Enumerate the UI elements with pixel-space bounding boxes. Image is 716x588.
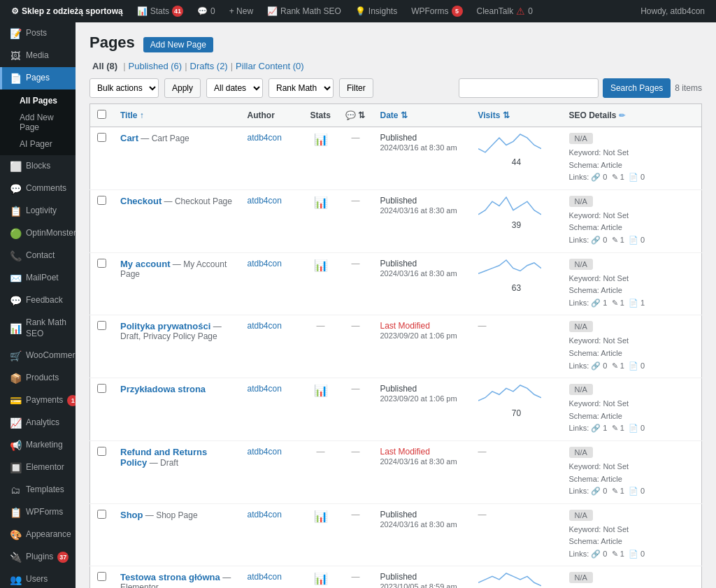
page-title-link[interactable]: My account [120, 259, 171, 269]
sidebar-item-optinmonster[interactable]: 🟢 OptinMonster 1 [0, 222, 76, 245]
adminbar-comments[interactable]: 💬 0 [192, 6, 221, 16]
row-checkbox[interactable] [97, 447, 106, 456]
seo-score-badge: N/A [569, 259, 593, 270]
sidebar-item-media[interactable]: 🖼 Media [0, 45, 76, 67]
keyword-row: Keyword: Not Set [569, 398, 695, 410]
submenu-add-new[interactable]: Add New Page [0, 109, 76, 136]
row-visits-cell: — [471, 440, 562, 503]
row-checkbox[interactable] [97, 510, 106, 519]
site-title: Sklep z odzieżą sportową [22, 6, 123, 16]
adminbar-user[interactable]: Howdy, atdb4con [635, 6, 710, 16]
filter-button[interactable]: Filter [339, 78, 373, 98]
seo-edit-icon[interactable]: ✏ [619, 111, 625, 120]
sidebar-item-comments[interactable]: 💬 Comments [0, 178, 76, 200]
schema-row: Schema: Article [569, 285, 695, 297]
adminbar-stats[interactable]: 📊 Stats 41 [131, 6, 189, 17]
page-title-link[interactable]: Polityka prywatności [120, 321, 210, 331]
search-pages-button[interactable]: Search Pages [603, 78, 671, 98]
filter-tab-pillar[interactable]: Pillar Content (0) [236, 61, 304, 71]
author-link[interactable]: atdb4con [248, 259, 282, 268]
row-date-cell: Published 2023/10/05 at 8:59 am [373, 566, 471, 588]
sidebar-item-marketing[interactable]: 📢 Marketing [0, 434, 76, 457]
title-header[interactable]: Title ↑ [113, 104, 241, 127]
sidebar-item-contact[interactable]: 📞 Contact [0, 245, 76, 267]
add-new-page-button[interactable]: Add New Page [143, 37, 213, 52]
page-type-label: — Cart Page [141, 134, 189, 143]
row-checkbox[interactable] [97, 133, 106, 142]
page-title-link[interactable]: Testowa strona główna [120, 572, 220, 582]
author-link[interactable]: atdb4con [248, 510, 282, 519]
select-all-checkbox[interactable] [97, 110, 106, 119]
page-title-link[interactable]: Checkout [120, 196, 162, 206]
row-visits-cell: 44 [471, 127, 562, 190]
dates-select[interactable]: All dates [206, 78, 263, 98]
sidebar-item-appearance[interactable]: 🎨 Appearance [0, 524, 76, 546]
sidebar-item-mailpoet[interactable]: ✉️ MailPoet [0, 267, 76, 289]
row-checkbox[interactable] [97, 321, 106, 330]
no-visits: — [478, 447, 487, 457]
sidebar-item-analytics[interactable]: 📈 Analytics [0, 412, 76, 434]
row-checkbox-cell [90, 378, 114, 441]
sidebar-item-payments[interactable]: 💳 Payments 1 [0, 389, 76, 412]
table-body: Cart — Cart Page atdb4con 📊 — Published … [90, 127, 702, 589]
filter-tab-published[interactable]: Published (6) [129, 61, 182, 71]
sidebar-item-pages[interactable]: 📄 Pages [0, 67, 76, 89]
row-comments-cell: — [338, 189, 373, 252]
no-visits: — [478, 510, 487, 519]
date-header[interactable]: Date ⇅ [373, 104, 471, 127]
row-checkbox[interactable] [97, 259, 106, 268]
row-status: Published [380, 259, 417, 268]
sidebar-item-users[interactable]: 👥 Users [0, 568, 76, 588]
author-link[interactable]: atdb4con [248, 321, 282, 331]
row-checkbox[interactable] [97, 196, 106, 205]
apply-button[interactable]: Apply [164, 78, 201, 98]
submenu-ai-pager[interactable]: AI Pager [0, 136, 76, 152]
page-title-link[interactable]: Przykładowa strona [120, 384, 206, 394]
sidebar-item-blocks[interactable]: ⬜ Blocks [0, 155, 76, 178]
page-title-link[interactable]: Cart [120, 133, 138, 143]
row-checkbox[interactable] [97, 572, 106, 581]
author-link[interactable]: atdb4con [248, 447, 282, 457]
visits-header[interactable]: Visits ⇅ [471, 104, 562, 127]
sidebar-item-feedback[interactable]: 💬 Feedback [0, 289, 76, 312]
adminbar-new[interactable]: + New [224, 6, 259, 16]
row-comments-cell: — [338, 252, 373, 315]
search-pages-input[interactable] [459, 78, 599, 98]
filter-tab-all[interactable]: All (8) [92, 61, 117, 71]
author-link[interactable]: atdb4con [248, 384, 282, 394]
sidebar-item-woocommerce[interactable]: 🛒 WooCommerce [0, 345, 76, 367]
rankmath-filter-select[interactable]: Rank Math [268, 78, 334, 98]
comments-dash: — [345, 133, 366, 143]
insights-icon: 💡 [355, 6, 366, 16]
sidebar-item-wpforms[interactable]: 📋 WPForms [0, 501, 76, 524]
sidebar-item-elementor[interactable]: 🔲 Elementor [0, 457, 76, 479]
schema-row: Schema: Article [569, 536, 695, 548]
no-stats-icon: — [310, 321, 331, 331]
adminbar-cleantalk[interactable]: CleanTalk ⚠ 0 [471, 6, 538, 17]
adminbar-wpforms[interactable]: WPForms 5 [406, 6, 468, 17]
bulk-actions-select[interactable]: Bulk actions [90, 78, 159, 98]
row-status: Last Modified [380, 447, 430, 457]
sidebar-item-posts[interactable]: 📝 Posts [0, 22, 76, 45]
row-checkbox-cell [90, 315, 114, 378]
author-link[interactable]: atdb4con [248, 572, 282, 582]
filter-tab-drafts[interactable]: Drafts (2) [190, 61, 228, 71]
links-row: Links: 🔗 0 ✎ 1 📄 0 [569, 360, 695, 373]
author-link[interactable]: atdb4con [248, 133, 282, 143]
sidebar-item-rankmath[interactable]: 📊 Rank Math SEO [0, 312, 76, 345]
submenu-all-pages[interactable]: All Pages [0, 92, 76, 109]
sidebar-item-products[interactable]: 📦 Products [0, 367, 76, 389]
sidebar-item-logtivity[interactable]: 📋 Logtivity [0, 200, 76, 222]
sidebar-item-templates[interactable]: 🗂 Templates [0, 479, 76, 501]
row-checkbox[interactable] [97, 384, 106, 393]
adminbar-site-name[interactable]: ⚙ Sklep z odzieżą sportową [6, 6, 129, 16]
sidebar-item-plugins[interactable]: 🔌 Plugins 37 [0, 546, 76, 568]
table-row: Przykładowa strona atdb4con 📊 — Publishe… [90, 378, 702, 441]
adminbar-rankmath[interactable]: 📈 Rank Math SEO [262, 6, 347, 16]
adminbar-insights[interactable]: 💡 Insights [350, 6, 403, 16]
page-title-link[interactable]: Shop [120, 510, 143, 520]
rankmath-sidebar-icon: 📊 [9, 323, 22, 334]
stats-bar-icon: 📊 [310, 384, 331, 397]
stats-bar-icon: 📊 [310, 133, 331, 146]
author-link[interactable]: atdb4con [248, 196, 282, 206]
